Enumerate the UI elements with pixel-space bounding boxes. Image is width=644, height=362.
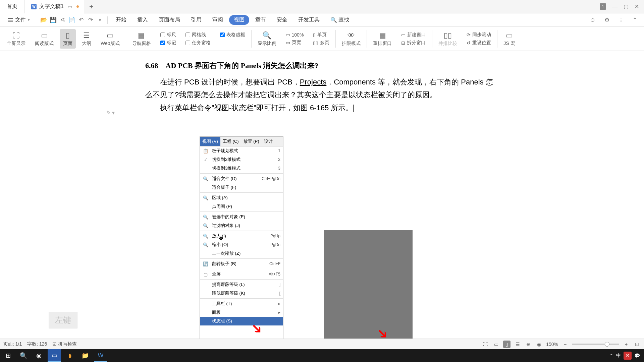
single-icon: ▯ (313, 32, 316, 38)
collapse-ribbon-icon[interactable]: ⌃ (631, 16, 639, 24)
eye-mode-button[interactable]: 👁护眼模式 (338, 31, 364, 47)
ad-menu-row: 🔍放大 (I)PgUp (200, 232, 283, 240)
eye-status-icon[interactable]: ◉ (535, 341, 543, 348)
tab-modified-dot (76, 5, 79, 8)
ad-menu-row: 🔍被选中的对象 (E) (200, 213, 283, 221)
new-tab-button[interactable]: + (84, 2, 99, 11)
page-indicator[interactable]: 页面: 1/1 (3, 341, 22, 347)
nav-icon: ▤ (138, 31, 145, 40)
tablevirt-checkbox[interactable]: 表格虚框 (220, 32, 245, 38)
maximize-icon[interactable]: ▢ (624, 3, 629, 10)
sync-scroll: ⟳同步滚动 (467, 32, 491, 38)
multi-page[interactable]: ▯▯多页 (313, 40, 329, 46)
page[interactable]: ✎ ▾ 6.68 AD PCB 界面右下角的 Panels 消失怎么调出来? 在… (72, 53, 572, 349)
chrome-icon[interactable]: ◉ (32, 349, 46, 362)
spell-icon: ☑ (52, 341, 57, 347)
page-width[interactable]: ▭页宽 (286, 40, 304, 46)
single-page[interactable]: ▯单页 (313, 32, 329, 38)
web-layout-button[interactable]: ▭Web版式 (97, 31, 123, 47)
zoom-out-button[interactable]: − (561, 341, 569, 348)
save-icon[interactable]: 💾 (49, 16, 57, 24)
new-window[interactable]: ▭新建窗口 (401, 32, 426, 38)
tab-min-icon[interactable]: ▭ (68, 4, 72, 9)
file-menu[interactable]: 文件 ▾ (5, 16, 33, 23)
outline-view-icon[interactable]: ☰ (514, 341, 521, 348)
tray-chevron-icon[interactable]: ⌃ (609, 353, 613, 358)
open-icon[interactable]: 📂 (40, 16, 48, 24)
redo-icon[interactable]: ↷ (87, 16, 95, 24)
zoom-100[interactable]: ▭100% (286, 32, 304, 38)
ime-lang[interactable]: 中 (616, 353, 621, 359)
more-icon[interactable]: ⋮ (617, 16, 625, 24)
explorer-icon[interactable]: 📁 (78, 349, 92, 362)
menu-view[interactable]: 视图 (229, 15, 249, 25)
rearrange-win-button[interactable]: ▤重排窗口 (370, 31, 395, 47)
menu-review[interactable]: 审阅 (208, 16, 228, 23)
notification-badge[interactable]: 1 (600, 3, 606, 10)
menu-pagelayout[interactable]: 页面布局 (154, 16, 185, 23)
search-button[interactable]: 🔍 (17, 349, 30, 362)
read-layout-button[interactable]: ▭阅读版式 (32, 31, 57, 47)
print-preview-icon[interactable]: 📄 (68, 16, 76, 24)
doc-paragraph-2: 执行菜单栏命令"视图-状态栏"即可打开，如图 6-165 所示。 (145, 102, 497, 115)
fullscreen-view-icon[interactable]: ⛶ (482, 341, 489, 348)
menu-reference[interactable]: 引用 (186, 16, 206, 23)
tab-home[interactable]: 首页 (0, 0, 24, 13)
app-icon-2[interactable]: ◗ (63, 349, 76, 362)
tab-document[interactable]: W 文字文稿1 ▭ (24, 0, 84, 13)
dropdown-icon[interactable]: ▾ (96, 16, 104, 24)
mark-checkbox[interactable]: 标记 (160, 40, 176, 46)
start-button[interactable]: ⊞ (1, 349, 15, 362)
zoom-level[interactable]: 150% (546, 342, 558, 347)
ad-menu-row: 📋板子规划模式1 (200, 146, 283, 155)
read-view-icon[interactable]: ▭ (492, 341, 500, 348)
ad-menu-row: 适合板子 (F) (200, 183, 283, 192)
status-bar: 页面: 1/1 字数: 126 ☑ 拼写检查 ⛶ ▭ ▯ ☰ ⊕ ◉ 150% … (0, 339, 644, 349)
js-macro-button[interactable]: ▭JS 宏 (500, 31, 518, 47)
close-icon[interactable]: ✕ (635, 3, 639, 10)
undo-icon[interactable]: ↶ (77, 16, 85, 24)
menu-search[interactable]: 🔍查找 (326, 16, 354, 23)
menu-start[interactable]: 开始 (111, 16, 131, 23)
menu-chapter[interactable]: 章节 (251, 16, 271, 23)
fullscreen-button[interactable]: ⛶全屏显示 (3, 31, 29, 47)
split-window[interactable]: ⊟拆分窗口 (401, 40, 426, 46)
fullscreen-icon: ⛶ (12, 31, 20, 40)
menu-insert[interactable]: 插入 (132, 16, 153, 23)
ad-tab-design: 设计 (262, 137, 275, 146)
paragraph-marker-icon[interactable]: ✎ ▾ (106, 110, 115, 116)
fit-button[interactable]: ⊡ (633, 341, 641, 348)
page-view-icon[interactable]: ▯ (503, 341, 511, 348)
notification-icon[interactable]: 💬 (634, 353, 640, 358)
wps-icon[interactable]: W (94, 349, 107, 362)
menu-security[interactable]: 安全 (272, 16, 292, 23)
web-icon: ▭ (107, 31, 114, 40)
spell-check[interactable]: ☑ 拼写检查 (52, 341, 77, 347)
ad-menu-row: 提高屏蔽等级 (L)] (200, 280, 283, 289)
header-line (144, 56, 231, 56)
menu-devtools[interactable]: 开发工具 (293, 16, 324, 23)
app-icon-1[interactable]: ▭ (48, 349, 61, 362)
zoom-slider[interactable] (572, 344, 619, 345)
taskpane-checkbox[interactable]: 任务窗格 (185, 40, 211, 46)
page-icon: ▯ (66, 31, 70, 40)
separator (107, 16, 108, 24)
ruler-checkbox[interactable]: 标尺 (160, 32, 176, 38)
minimize-icon[interactable]: — (612, 4, 618, 10)
zoom-button[interactable]: 🔍显示比例 (254, 31, 280, 47)
zoom-handle[interactable] (605, 342, 609, 347)
nav-pane-button[interactable]: ▤导航窗格 (129, 31, 154, 47)
grid-checkbox[interactable]: 网格线 (185, 32, 211, 38)
ime-indicator[interactable]: S (624, 352, 632, 360)
smile-icon[interactable]: ☺ (589, 16, 597, 24)
separator (367, 30, 367, 48)
left-click-watermark: 左键 (49, 312, 77, 328)
outline-button[interactable]: ☰大纲 (78, 31, 95, 47)
zoom-in-button[interactable]: + (623, 341, 630, 348)
hamburger-icon (8, 18, 13, 22)
gear-icon[interactable]: ⚙ (603, 16, 611, 24)
print-icon[interactable]: 🖨 (58, 16, 66, 24)
word-count[interactable]: 字数: 126 (27, 341, 47, 347)
web-view-icon[interactable]: ⊕ (525, 341, 532, 348)
page-layout-button[interactable]: ▯页面 (60, 29, 76, 49)
